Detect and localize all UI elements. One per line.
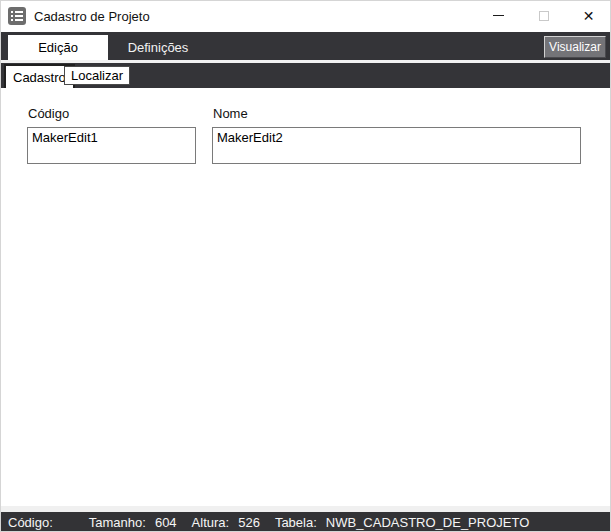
status-tabela: Tabela: NWB_CADASTRO_DE_PROJETO [275,515,529,530]
minimize-icon [493,15,504,16]
tab-edicao[interactable]: Edição [8,35,108,60]
close-button[interactable]: ✕ [566,0,611,31]
app-list-icon [8,7,26,25]
status-codigo-label: Código: [8,515,53,530]
visualizar-button[interactable]: Visualizar [544,36,606,58]
codigo-input[interactable] [27,127,196,164]
status-tamanho-label: Tamanho: [89,515,146,530]
status-bar: Código: Tamanho: 604 Altura: 526 Tabela:… [0,512,611,532]
codigo-label: Código [28,106,69,121]
form-panel: Código Nome [0,88,611,506]
minimize-button[interactable] [476,0,521,31]
nome-input[interactable] [212,127,581,164]
tab-definicoes[interactable]: Definições [108,35,208,60]
maximize-icon [539,11,549,21]
sub-tab-bar: Cadastro Localizar [0,63,611,88]
title-bar: Cadastro de Projeto ✕ [0,0,611,32]
close-icon: ✕ [583,9,595,23]
status-altura-label: Altura: [192,515,230,530]
status-codigo: Código: [8,515,62,530]
maximize-button[interactable] [521,0,566,31]
status-tabela-value: NWB_CADASTRO_DE_PROJETO [326,515,529,530]
status-tamanho-value: 604 [155,515,177,530]
nome-label: Nome [213,106,248,121]
window-controls: ✕ [476,0,611,31]
subtab-localizar[interactable]: Localizar [64,66,130,85]
window-title: Cadastro de Projeto [34,9,150,24]
window: { "window": { "title": "Cadastro de Proj… [0,0,611,532]
status-altura: Altura: 526 [192,515,260,530]
status-altura-value: 526 [238,515,260,530]
status-tamanho: Tamanho: 604 [89,515,177,530]
status-tabela-label: Tabela: [275,515,317,530]
main-tab-bar: Edição Definições Visualizar [0,32,611,60]
